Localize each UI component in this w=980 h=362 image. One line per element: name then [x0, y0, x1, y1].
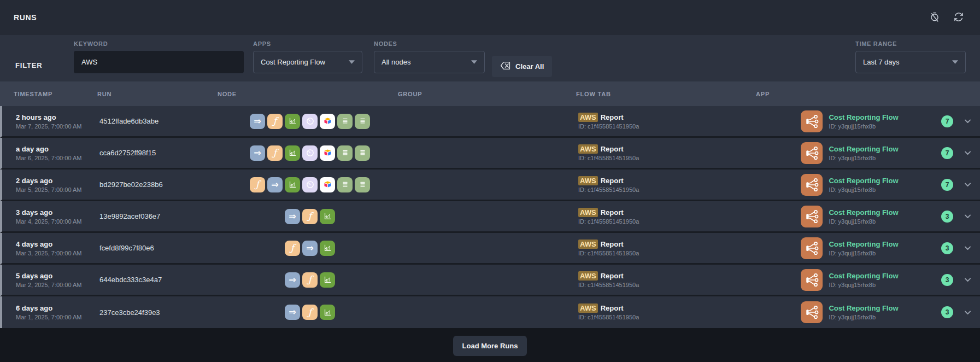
app-cell: Cost Reporting Flow ID: y3qujj15rhx8b	[758, 206, 941, 227]
chevron-down-icon[interactable]	[963, 180, 973, 190]
chevron-down-icon[interactable]	[963, 212, 973, 221]
refresh-icon[interactable]	[953, 11, 965, 24]
list-node-icon	[337, 114, 353, 129]
load-more-runs-button[interactable]: Load More Runs	[453, 336, 527, 356]
app-cell: Cost Reporting Flow ID: y3qujj15rhx8b	[758, 237, 941, 259]
chart-node-icon	[320, 272, 335, 288]
row-end-cell: 7	[941, 115, 980, 127]
row-end-cell: 3	[941, 306, 980, 318]
flow-tab-id: ID: c1f455851451950a	[578, 155, 758, 161]
time-range-label: TIME RANGE	[855, 40, 966, 47]
flow-app-icon	[801, 206, 823, 227]
function-node-icon: ƒ	[302, 305, 318, 320]
flow-tab-cell: AWSReport ID: c1f455851451950a	[578, 272, 758, 288]
col-group: GROUP	[398, 91, 576, 97]
row-end-cell: 3	[941, 242, 980, 254]
node-icons: ⇒ƒ	[220, 305, 400, 320]
chevron-down-icon[interactable]	[963, 275, 973, 285]
table-row[interactable]: 3 days ago Mar 4, 2025, 7:00:00 AM 13e98…	[0, 201, 980, 233]
app-id: ID: y3qujj15rhx8b	[829, 123, 898, 130]
timestamp: Mar 7, 2025, 7:00:00 AM	[16, 123, 99, 130]
app-cell: Cost Reporting Flow ID: y3qujj15rhx8b	[758, 110, 941, 132]
timestamp: Mar 3, 2025, 7:00:00 AM	[16, 250, 99, 256]
flow-tab-cell: AWSReport ID: c1f455851451950a	[578, 145, 758, 161]
arrow-node-icon: ⇒	[250, 114, 265, 129]
run-count-badge: 7	[941, 115, 953, 127]
flow-tab-id: ID: c1f455851451950a	[578, 314, 758, 320]
arrow-node-icon: ⇒	[285, 272, 300, 288]
node-icons: ƒ⇒	[220, 241, 400, 256]
keyword-field: KEYWORD	[74, 40, 244, 73]
node-icons: ⇒ƒ	[220, 272, 400, 288]
timer-node-icon	[302, 177, 318, 192]
relative-time: 2 hours ago	[16, 113, 99, 121]
app-name[interactable]: Cost Reporting Flow	[829, 240, 898, 248]
flow-app-icon	[801, 269, 823, 291]
app-name[interactable]: Cost Reporting Flow	[829, 304, 898, 312]
caret-down-icon	[349, 60, 355, 64]
chevron-down-icon[interactable]	[963, 307, 973, 317]
time-range-select[interactable]: Last 7 days	[855, 51, 966, 73]
flow-app-icon	[801, 110, 823, 132]
nodes-select[interactable]: All nodes	[374, 51, 485, 73]
timestamp-cell: a day ago Mar 6, 2025, 7:00:00 AM	[16, 145, 99, 161]
table-row[interactable]: 2 hours ago Mar 7, 2025, 7:00:00 AM 4512…	[0, 106, 980, 138]
run-id: fcefd8f99c7f80e6	[99, 244, 220, 252]
run-count-badge: 7	[941, 179, 953, 191]
apps-select[interactable]: Cost Reporting Flow	[253, 51, 362, 73]
run-id: bd2927be02e238b6	[99, 180, 220, 189]
table-row[interactable]: 4 days ago Mar 3, 2025, 7:00:00 AM fcefd…	[0, 233, 980, 265]
keyword-input[interactable]	[74, 51, 244, 73]
app-id: ID: y3qujj15rhx8b	[829, 282, 898, 288]
flow-tab-cell: AWSReport ID: c1f455851451950a	[578, 177, 758, 193]
function-node-icon: ƒ	[302, 209, 318, 224]
flow-tab-id: ID: c1f455851451950a	[578, 282, 758, 288]
time-range-value: Last 7 days	[863, 58, 900, 66]
node-icons: ⇒ƒ	[220, 145, 400, 161]
timestamp-cell: 3 days ago Mar 4, 2025, 7:00:00 AM	[16, 208, 99, 225]
caret-down-icon	[952, 60, 958, 64]
app-name[interactable]: Cost Reporting Flow	[829, 177, 898, 185]
flow-tab-highlight: AWS	[578, 176, 598, 185]
flow-tab-cell: AWSReport ID: c1f455851451950a	[578, 208, 758, 225]
relative-time: 4 days ago	[16, 240, 99, 248]
timestamp: Mar 4, 2025, 7:00:00 AM	[16, 218, 99, 225]
table-row[interactable]: 2 days ago Mar 5, 2025, 7:00:00 AM bd292…	[0, 170, 980, 201]
table-header: TIMESTAMP RUN NODE GROUP FLOW TAB APP	[0, 81, 980, 106]
flow-app-icon	[801, 142, 823, 164]
list-node-icon	[337, 145, 353, 161]
list-node-icon	[355, 145, 370, 161]
flow-tab-highlight: AWS	[578, 240, 598, 249]
flow-tab-id: ID: c1f455851451950a	[578, 123, 758, 130]
app-name[interactable]: Cost Reporting Flow	[829, 113, 898, 121]
flow-tab-title: Report	[601, 113, 624, 121]
timer-node-icon	[302, 145, 318, 161]
clear-all-button[interactable]: Clear All	[492, 56, 552, 77]
flow-tab-cell: AWSReport ID: c1f455851451950a	[578, 240, 758, 256]
timestamp: Mar 2, 2025, 7:00:00 AM	[16, 282, 99, 288]
table-row[interactable]: 6 days ago Mar 1, 2025, 7:00:00 AM 237ce…	[0, 296, 980, 328]
table-row[interactable]: 5 days ago Mar 2, 2025, 7:00:00 AM 644eb…	[0, 265, 980, 296]
col-app: APP	[756, 91, 939, 97]
apps-field: APPS Cost Reporting Flow	[253, 40, 362, 73]
chevron-down-icon[interactable]	[963, 243, 973, 253]
function-node-icon: ƒ	[250, 177, 265, 192]
flow-tab-title: Report	[601, 208, 624, 217]
timer-off-icon[interactable]	[929, 11, 941, 24]
table-body: 2 hours ago Mar 7, 2025, 7:00:00 AM 4512…	[0, 106, 980, 328]
chevron-down-icon[interactable]	[963, 148, 973, 158]
table-row[interactable]: a day ago Mar 6, 2025, 7:00:00 AM cca6d2…	[0, 138, 980, 170]
app-name[interactable]: Cost Reporting Flow	[829, 145, 898, 153]
run-cell: 13e9892acef036e7	[99, 212, 220, 220]
flow-tab-title: Report	[601, 145, 624, 153]
node-icons: ⇒ƒ	[220, 209, 400, 224]
app-name[interactable]: Cost Reporting Flow	[829, 272, 898, 280]
col-node: NODE	[218, 91, 398, 97]
run-id: 13e9892acef036e7	[99, 212, 220, 220]
app-name[interactable]: Cost Reporting Flow	[829, 208, 898, 217]
app-id: ID: y3qujj15rhx8b	[829, 250, 898, 256]
app-id: ID: y3qujj15rhx8b	[829, 314, 898, 320]
run-id: 644ebdc333c3e4a7	[99, 276, 220, 284]
filter-bar: FILTER KEYWORD APPS Cost Reporting Flow …	[0, 35, 980, 81]
chevron-down-icon[interactable]	[963, 116, 973, 126]
